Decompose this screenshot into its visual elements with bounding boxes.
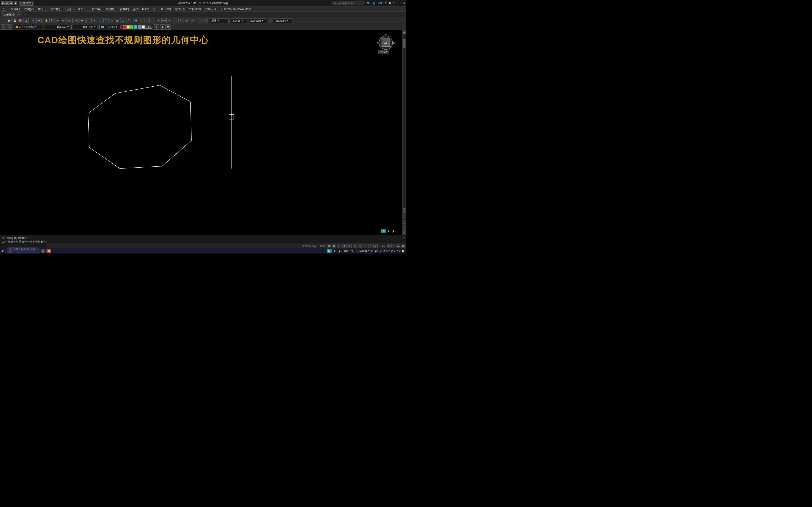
drawing-canvas[interactable] — [0, 30, 402, 235]
text-button[interactable]: A — [126, 18, 131, 23]
line-button[interactable] — [87, 18, 92, 23]
copy-button[interactable]: ⧉ — [139, 18, 144, 23]
color-white[interactable] — [142, 25, 145, 29]
tab-close-icon[interactable]: ✕ — [17, 13, 19, 16]
command-close-button[interactable]: ✕ — [402, 236, 405, 239]
canvas-area[interactable]: CAD绘图快速查找不规则图形的几何中心 北 南 东 西 上 卡8名▾ S 英 🌙… — [0, 30, 402, 235]
taskbar-search[interactable]: 在这里输入你要搜索的内容 — [7, 247, 40, 253]
standard-dropdown[interactable]: Standard ▾ — [274, 18, 293, 23]
grid-button[interactable]: ⊞ — [327, 244, 331, 248]
ortho-button[interactable]: ⊢ — [337, 244, 341, 248]
snap-button[interactable]: + — [73, 18, 79, 23]
circle-button[interactable] — [98, 18, 103, 23]
settings-btn[interactable]: ⚙ — [387, 244, 391, 248]
otrack-button[interactable]: ∞ — [353, 244, 357, 248]
yanshu-status[interactable]: 燕秀字高=2.5 — [301, 244, 317, 247]
color-dropdown[interactable]: ByColor ▾ — [99, 25, 120, 30]
undo-button[interactable] — [31, 18, 36, 23]
tab-add-button[interactable]: + — [23, 12, 28, 17]
scale-status[interactable]: 1:1 — [380, 244, 386, 247]
menu-yqarch[interactable]: YQARCH — [187, 7, 203, 12]
linetype-dropdown[interactable]: ByLayer ▾ — [44, 25, 70, 30]
move-button[interactable]: ✥ — [133, 18, 138, 23]
layer-dropdown[interactable]: 🔒 ☀ 🖨 ■ 图纸 ▾ — [14, 25, 42, 30]
polyline-button[interactable]: ⌐ — [92, 18, 97, 23]
polar-button[interactable]: ⊕ — [342, 244, 347, 248]
scroll-tool-3[interactable]: − — [403, 216, 406, 219]
mode-selector[interactable]: 经典模式 ▾ — [19, 1, 34, 6]
menu-modify[interactable]: 修改(M) — [104, 7, 117, 12]
lock-btn[interactable]: 🔒 — [401, 244, 405, 248]
cortana-icon[interactable]: ○ — [41, 249, 45, 253]
redo-button[interactable] — [37, 18, 42, 23]
layer-prev-btn[interactable]: ◁ — [7, 24, 12, 30]
open-button[interactable]: 📂 — [7, 18, 12, 23]
maximize-button[interactable]: □ — [400, 2, 401, 4]
menu-file[interactable]: (F) — [1, 7, 8, 12]
zoom-extent-button[interactable]: ⊞ — [66, 18, 71, 23]
menu-format[interactable]: 格式(O) — [49, 7, 62, 12]
dynamic-button[interactable]: △ — [358, 244, 362, 248]
scroll-tool-4[interactable]: ↔ — [403, 220, 406, 223]
trim-button[interactable]: ✂ — [167, 18, 172, 23]
zoom-prev-button[interactable]: ↩ — [61, 18, 66, 23]
color-red[interactable] — [123, 25, 126, 29]
paper-toggle[interactable]: □ 图纸 — [145, 25, 152, 29]
login-button[interactable]: 登录 — [377, 1, 383, 5]
color-green[interactable] — [130, 25, 134, 29]
linewidth-button[interactable]: ─ — [363, 244, 367, 248]
offset-button[interactable]: ⊐ — [173, 18, 178, 23]
close-button[interactable]: ✕ — [403, 2, 405, 4]
print-button[interactable]: 🖨 — [23, 18, 29, 23]
minimize-button[interactable]: ─ — [396, 2, 398, 4]
windows-start-button[interactable]: ⊞ — [1, 249, 5, 253]
workspace-btn[interactable]: ☰ — [396, 244, 400, 248]
menu-params[interactable]: 参数(P) — [118, 7, 131, 12]
mirror-button[interactable]: ⇌ — [145, 18, 150, 23]
iso-dropdown[interactable]: ISO-25 ▾ — [231, 18, 247, 23]
menu-help[interactable]: 帮助(H) — [173, 7, 187, 12]
search-input[interactable] — [332, 1, 365, 5]
fillet-button[interactable]: ⌐ — [178, 18, 184, 23]
selection-button[interactable]: ▶ — [373, 244, 377, 248]
menu-draw[interactable]: 绘图(D) — [76, 7, 89, 12]
light-btn[interactable]: 💡 — [165, 24, 170, 30]
region-button[interactable]: ◫ — [120, 18, 125, 23]
properties-button[interactable]: ☰ — [79, 18, 84, 23]
erase-button[interactable]: ✗ — [190, 18, 195, 23]
rotate-button[interactable]: ↺ — [150, 18, 155, 23]
scale-button[interactable]: ⇲ — [156, 18, 161, 23]
layer-manager-btn[interactable]: ≡ — [1, 24, 6, 30]
pan-button[interactable]: ✋ — [44, 18, 49, 23]
menu-insert[interactable]: 插入(I) — [36, 7, 48, 12]
render-btn[interactable]: ◈ — [154, 24, 159, 30]
search-icon[interactable]: 🔍 — [367, 2, 370, 5]
lineweight-dropdown[interactable]: 0.00 mm ▾ — [72, 25, 97, 30]
menu-window[interactable]: 窗口(W) — [159, 7, 173, 12]
explode-button[interactable]: ⊗ — [184, 18, 189, 23]
scroll-tool-5[interactable]: ↕ — [403, 223, 406, 227]
zoom-realtime-button[interactable]: 🔍 — [49, 18, 54, 23]
scroll-down-button[interactable]: ▼ — [403, 231, 406, 234]
dim-style-dropdown[interactable]: Standard ▾ — [249, 18, 267, 23]
save-as-button[interactable]: 💾+ — [18, 18, 23, 23]
osnap-button[interactable]: ◎ — [348, 244, 352, 248]
model-button[interactable]: 模型 — [319, 244, 326, 247]
color-cyan[interactable] — [134, 25, 137, 29]
scroll-tool-2[interactable]: + — [403, 212, 406, 216]
plus-btn[interactable]: + — [392, 244, 395, 248]
save-button[interactable]: 💾 — [12, 18, 17, 23]
palette-icon[interactable]: 🎨 — [388, 2, 391, 4]
zoom-window-button[interactable]: ⊕ — [55, 18, 60, 23]
info-icon[interactable]: ? — [393, 2, 395, 4]
update-style-button[interactable]: ↺ — [268, 18, 273, 23]
menu-yanxiu[interactable]: 燕秀工具箱2.87(Y) — [131, 7, 158, 12]
menu-view[interactable]: 视图(V) — [22, 7, 36, 12]
transparency-button[interactable]: ◌ — [368, 244, 372, 248]
help-button[interactable]: ? — [203, 18, 208, 23]
menu-tools[interactable]: 工具(T) — [62, 7, 75, 12]
text-style-dropdown[interactable]: 黑体 ▾ — [210, 18, 229, 23]
rectangle-button[interactable]: ▭ — [109, 18, 114, 23]
menu-dim[interactable]: 标注(N) — [90, 7, 103, 12]
menu-edit[interactable]: 编辑(E) — [9, 7, 22, 12]
